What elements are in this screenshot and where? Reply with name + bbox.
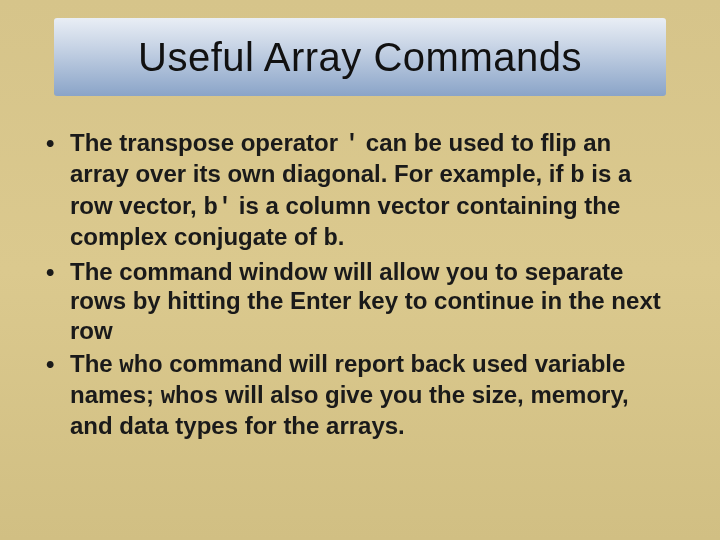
bullet-list: The transpose operator ' can be used to … bbox=[40, 128, 668, 441]
bullet-item: The who command will report back used va… bbox=[40, 349, 668, 441]
text-run: The transpose operator bbox=[70, 129, 345, 156]
code-run: who bbox=[119, 352, 162, 379]
content-area: The transpose operator ' can be used to … bbox=[40, 128, 668, 445]
slide: Useful Array Commands The transpose oper… bbox=[0, 0, 720, 540]
text-run: The bbox=[70, 350, 119, 377]
bullet-item: The command window will allow you to sep… bbox=[40, 257, 668, 345]
slide-title: Useful Array Commands bbox=[138, 35, 582, 80]
code-run: b bbox=[323, 225, 337, 252]
code-run: b' bbox=[203, 194, 232, 221]
code-run: ' bbox=[345, 131, 359, 158]
text-run: The command window will allow you to sep… bbox=[70, 258, 661, 344]
bullet-item: The transpose operator ' can be used to … bbox=[40, 128, 668, 253]
code-run: b bbox=[570, 162, 584, 189]
code-run: whos bbox=[161, 383, 219, 410]
title-band: Useful Array Commands bbox=[54, 18, 666, 96]
text-run: . bbox=[338, 223, 345, 250]
